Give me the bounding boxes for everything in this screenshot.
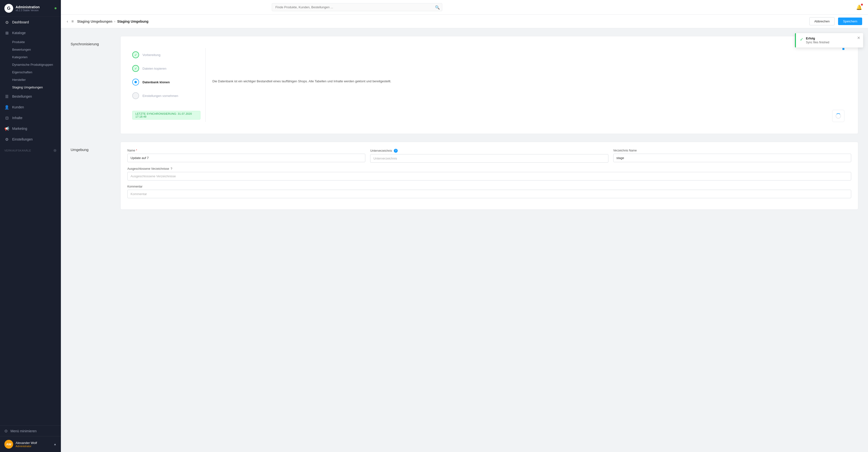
save-button[interactable]: Speichern (838, 18, 862, 25)
sidebar-sub-dynamische-produktgruppen[interactable]: Dynamische Produktgruppen (0, 61, 61, 68)
step-icon-active (132, 79, 139, 86)
search-button[interactable]: 🔍 (435, 5, 440, 9)
ausgeschlossene-label: Ausgeschlossene Verzeichnisse ? (127, 167, 851, 171)
main-area: 🔍 🔔 ‹ ≡ Staging Umgebungen › Staging Umg… (61, 0, 868, 452)
sidebar-sub-kategorien[interactable]: Kategorien (0, 53, 61, 61)
sidebar-item-label: Dashboard (12, 20, 29, 24)
form-row-1: Name * Unterverzeichnis ? (127, 149, 851, 163)
umgebung-card: Name * Unterverzeichnis ? (120, 142, 858, 210)
logo-text: Administration v6.2.3 Stable Version (16, 5, 40, 12)
sync-section-label: Synchronisierung (71, 36, 115, 134)
step-label: Dateien kopieren (143, 67, 166, 70)
sidebar-bottom: ⊙ Menü minimieren AW Alexander Wolf Admi… (0, 425, 61, 452)
verkaufskanaele-label: Verkaufskanäle ⊕ (0, 145, 61, 154)
unterverzeichnis-field-group: Unterverzeichnis ? (370, 149, 608, 163)
sidebar-item-label: Kataloge (12, 31, 26, 35)
step-einstellungen: Einstellungen vornehmen (127, 89, 205, 102)
sidebar-item-bestellungen[interactable]: ☰ Bestellungen (0, 91, 61, 102)
cancel-button[interactable]: Abbrechen (809, 17, 835, 25)
step-icon-done: ✓ (132, 51, 139, 58)
avatar: AW (4, 440, 13, 449)
refresh-button[interactable] (832, 110, 844, 122)
search-input[interactable] (272, 3, 442, 11)
sync-spinner-wrap (212, 110, 844, 122)
umgebung-section: Umgebung Name * Unterverzeichnis (71, 142, 858, 210)
ausgeschlossene-help-icon[interactable]: ? (170, 167, 172, 171)
kommentar-input[interactable] (127, 190, 851, 198)
step-datenbank-klonen: Datenbank klonen (127, 75, 205, 89)
sidebar-sub-eigenschaften[interactable]: Eigenschaften (0, 68, 61, 76)
user-info: Alexander Wolf Administrator (16, 441, 37, 448)
notification-close-button[interactable]: ✕ (857, 35, 860, 40)
unterverzeichnis-input[interactable] (370, 154, 608, 163)
sidebar-item-inhalte[interactable]: ⊡ Inhalte (0, 113, 61, 123)
verzeichnis-name-input[interactable] (613, 154, 851, 162)
last-sync-badge: LETZTE SYNCHRONISIERUNG: 31.07.2020 17:1… (132, 111, 200, 120)
sync-info-text: Die Datenbank ist ein wichtiger Bestandt… (212, 79, 844, 84)
sidebar-item-dashboard[interactable]: ⊙ Dashboard (0, 17, 61, 28)
steps-column: ✓ Vorbereitung ✓ Dateien kopieren (127, 43, 205, 127)
step-label: Einstellungen vornehmen (143, 94, 178, 98)
kommentar-field-group: Kommentar (127, 185, 851, 198)
bell-badge (861, 4, 863, 6)
user-section[interactable]: AW Alexander Wolf Administrator ▲ (0, 436, 61, 452)
sync-section: Synchronisierung ✓ Vorbereitung ✓ Dateie… (71, 36, 858, 134)
sync-card: ✓ Vorbereitung ✓ Dateien kopieren (120, 36, 858, 134)
success-notification: ✓ Erfolg Sync files finished ✕ (795, 33, 863, 48)
ausgeschlossene-field-group: Ausgeschlossene Verzeichnisse ? (127, 167, 851, 180)
add-verkaufskanal-icon[interactable]: ⊕ (53, 148, 57, 153)
user-role: Administrator (16, 445, 37, 448)
bestellungen-icon: ☰ (4, 94, 9, 99)
back-button[interactable]: ‹ (67, 19, 68, 24)
sidebar-item-kataloge[interactable]: ⊞ Kataloge (0, 28, 61, 38)
verzeichnis-name-label: Verzeichnis Name (613, 149, 851, 152)
page-content: ✓ Erfolg Sync files finished ✕ Synchroni… (61, 28, 868, 452)
sidebar-item-einstellungen[interactable]: ⚙ Einstellungen (0, 134, 61, 145)
sidebar-sub-produkte[interactable]: Produkte (0, 38, 61, 46)
notif-body: Erfolg Sync files finished (806, 36, 829, 44)
sync-inner: ✓ Vorbereitung ✓ Dateien kopieren (127, 43, 851, 127)
name-label: Name * (127, 149, 365, 152)
notif-message: Sync files finished (806, 41, 829, 44)
topbar: 🔍 🔔 (61, 0, 868, 14)
sidebar-item-marketing[interactable]: 📢 Marketing (0, 123, 61, 134)
marketing-icon: 📢 (4, 126, 9, 131)
minimize-icon: ⊙ (4, 429, 7, 433)
notif-title: Erfolg (806, 36, 829, 40)
app-version: v6.2.3 Stable Version (16, 9, 40, 12)
breadcrumb: Staging Umgebungen › Staging Umgebung (77, 20, 806, 23)
chevron-up-icon: ▲ (54, 443, 57, 446)
notification-bell[interactable]: 🔔 (856, 4, 862, 10)
step-icon-pending (132, 92, 139, 99)
kommentar-label: Kommentar (127, 185, 851, 188)
sidebar-item-kunden[interactable]: 👤 Kunden (0, 102, 61, 113)
minimize-label: Menü minimieren (10, 429, 36, 433)
step-label: Vorbereitung (143, 53, 160, 57)
logo-area: G Administration v6.2.3 Stable Version (0, 0, 61, 17)
sidebar-sub-bewertungen[interactable]: Bewertungen (0, 46, 61, 53)
user-name: Alexander Wolf (16, 441, 37, 445)
unterverzeichnis-label: Unterverzeichnis ? (370, 149, 608, 153)
sidebar-sub-hersteller[interactable]: Hersteller (0, 76, 61, 84)
name-input[interactable] (127, 154, 365, 162)
sync-footer: LETZTE SYNCHRONISIERUNG: 31.07.2020 17:1… (127, 109, 205, 122)
ausgeschlossene-input[interactable] (127, 172, 851, 180)
content-header: ‹ ≡ Staging Umgebungen › Staging Umgebun… (61, 14, 868, 28)
unterverzeichnis-help-icon[interactable]: ? (394, 149, 398, 153)
step-label: Datenbank klonen (143, 80, 170, 84)
step-icon-done: ✓ (132, 65, 139, 72)
breadcrumb-parent[interactable]: Staging Umgebungen (77, 20, 113, 23)
online-indicator (55, 7, 57, 9)
verzeichnis-name-field-group: Verzeichnis Name (613, 149, 851, 163)
sidebar: G Administration v6.2.3 Stable Version ⊙… (0, 0, 61, 452)
minimize-menu-item[interactable]: ⊙ Menü minimieren (0, 426, 61, 436)
kunden-icon: 👤 (4, 105, 9, 110)
logo-icon: G (4, 4, 13, 13)
sidebar-sub-staging-umgebungen[interactable]: Staging Umgebungen (0, 84, 61, 91)
required-indicator: * (136, 149, 137, 152)
list-view-button[interactable]: ≡ (71, 19, 73, 24)
umgebung-section-label: Umgebung (71, 142, 115, 210)
step-vorbereitung: ✓ Vorbereitung (127, 48, 205, 62)
search-wrap: 🔍 (272, 3, 442, 11)
loading-spinner (836, 113, 841, 119)
